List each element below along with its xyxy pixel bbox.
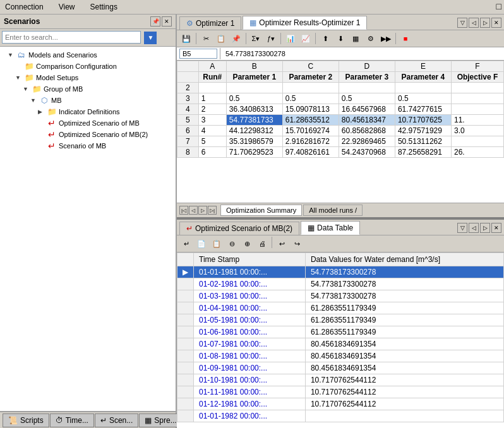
cell[interactable]	[198, 83, 226, 93]
lt-btn3[interactable]: 📋	[210, 237, 224, 251]
col-header-b[interactable]: B	[226, 61, 282, 72]
cell-ref-input[interactable]	[179, 49, 217, 59]
table-row[interactable]: 3 1 0.5 0.5 0.5 0.5	[177, 93, 504, 104]
tab-prev-btn[interactable]: ◁	[469, 18, 479, 28]
tree-item-comparison[interactable]: 📁 Comparison Configuration	[3, 61, 173, 72]
tree-item-opt-scenario-mb2[interactable]: ↵ Optimized Scenario of MB(2)	[3, 129, 173, 140]
cell-run[interactable]: 6	[198, 147, 226, 158]
lt-btn1[interactable]: ↵	[179, 237, 193, 251]
cell-p1[interactable]: 0.5	[226, 93, 282, 104]
search-btn[interactable]: ▼	[144, 32, 157, 44]
menu-view[interactable]: View	[56, 1, 78, 13]
cell-p4[interactable]: 87.25658291	[395, 147, 451, 158]
cell[interactable]	[395, 83, 451, 93]
cell-obj[interactable]: 11.	[451, 115, 503, 126]
cell-p1[interactable]: 71.70629523	[226, 147, 282, 158]
dt-row[interactable]: ▶01-01-1981 00:00:...54.7738173300278	[177, 266, 504, 278]
dt-row[interactable]: 01-04-1981 00:00:...61.2863551179349	[177, 302, 504, 314]
cell-run[interactable]: 3	[198, 115, 226, 126]
tab-scripts[interactable]: 📜 Scripts	[3, 413, 49, 427]
cell-p3-highlight[interactable]: 80.45618347	[339, 115, 395, 126]
tb-more1-btn[interactable]: ▦	[349, 32, 363, 45]
sheet-nav-next[interactable]: ▷	[198, 206, 207, 215]
dt-row[interactable]: 01-05-1981 00:00:...61.2863551179349	[177, 314, 504, 326]
dt-row[interactable]: 01-06-1981 00:00:...61.2863551179349	[177, 326, 504, 338]
menu-settings[interactable]: Settings	[88, 1, 120, 13]
tree-item-mb[interactable]: ▼ ⬡ MB	[3, 95, 173, 106]
cell-p2-highlight[interactable]: 61.28635512	[282, 115, 339, 126]
panel-close-btn[interactable]: ✕	[162, 16, 172, 27]
tab-time[interactable]: ⏱ Time...	[50, 413, 94, 427]
lower-tab-datatable[interactable]: ▦ Data Table	[301, 221, 360, 235]
tab-scen[interactable]: ↵ Scen...	[95, 413, 138, 427]
cell[interactable]	[451, 83, 503, 93]
cell-p4[interactable]: 42.97571929	[395, 126, 451, 136]
dt-row[interactable]: 01-08-1981 00:00:...80.4561834691354	[177, 350, 504, 362]
sheet-nav-first[interactable]: |◁	[179, 206, 188, 215]
dt-row[interactable]: 01-09-1981 00:00:...80.4561834691354	[177, 362, 504, 374]
table-row[interactable]: 2	[177, 83, 504, 93]
cell-p2[interactable]: 15.70169274	[282, 126, 339, 136]
tb-export-btn[interactable]: ⬇	[333, 32, 347, 45]
cell-p4-highlight[interactable]: 10.71707625	[395, 115, 451, 126]
cell-p4[interactable]: 0.5	[395, 93, 451, 104]
col-header-a[interactable]: A	[198, 61, 226, 72]
tab-next-btn[interactable]: ▷	[480, 18, 490, 28]
cell-p3[interactable]: 22.92869465	[339, 136, 395, 147]
sheet-nav-last[interactable]: ▷|	[208, 206, 217, 215]
sheet-tab-all[interactable]: All model runs /	[303, 205, 363, 216]
table-row[interactable]: 6 4 44.12298312 15.70169274 60.85682868 …	[177, 126, 504, 136]
tb-import-btn[interactable]: ⬆	[318, 32, 332, 45]
cell-p2[interactable]: 2.916281672	[282, 136, 339, 147]
dt-row[interactable]: 01-02-1981 00:00:...54.7738173300278	[177, 278, 504, 290]
cell-run[interactable]: 1	[198, 93, 226, 104]
tb-copy-btn[interactable]: 📋	[214, 32, 228, 45]
lower-close-btn[interactable]: ✕	[491, 223, 501, 233]
cell-p3[interactable]: 0.5	[339, 93, 395, 104]
cell-p3[interactable]: 16.64567968	[339, 104, 395, 115]
panel-pin-btn[interactable]: 📌	[150, 16, 160, 27]
lt-undo[interactable]: ↩	[275, 237, 289, 251]
search-input[interactable]	[2, 31, 141, 44]
tb-cut-btn[interactable]: ✂	[199, 32, 213, 45]
col-header-e[interactable]: E	[395, 61, 451, 72]
tab-spre[interactable]: ▦ Spre...	[139, 413, 182, 427]
tb-paste-btn[interactable]: 📌	[229, 32, 243, 45]
cell-obj[interactable]: 3.0	[451, 126, 503, 136]
dt-row[interactable]: 01-12-1981 00:00:...10.7170762544112	[177, 398, 504, 410]
lt-btn6[interactable]: 🖨	[255, 237, 269, 251]
cell-p1-selected[interactable]: 54.77381733	[226, 115, 282, 126]
cell-p3[interactable]: 60.85682868	[339, 126, 395, 136]
tree-item-scenario-mb[interactable]: ↵ Scenario of MB	[3, 140, 173, 152]
cell-obj[interactable]: 26.	[451, 147, 503, 158]
table-row[interactable]: 8 6 71.70629523 97.40826161 54.24370968 …	[177, 147, 504, 158]
lower-next-btn[interactable]: ▷	[480, 223, 490, 233]
cell-p4[interactable]: 50.51311262	[395, 136, 451, 147]
cell[interactable]	[226, 83, 282, 93]
cell-run[interactable]: 2	[198, 104, 226, 115]
dt-row[interactable]: 01-11-1981 00:00:...10.7170762544112	[177, 386, 504, 398]
table-row[interactable]: 7 5 35.31986579 2.916281672 22.92869465 …	[177, 136, 504, 147]
cell-run[interactable]: 4	[198, 126, 226, 136]
tb-save-btn[interactable]: 💾	[179, 32, 193, 45]
dt-row[interactable]: 01-10-1981 00:00:...10.7170762544112	[177, 374, 504, 386]
tb-more2-btn[interactable]: ⚙	[364, 32, 378, 45]
cell-p2[interactable]: 15.09078113	[282, 104, 339, 115]
lower-tab-scenario[interactable]: ↵ Optimized Scenario of MB(2)	[179, 222, 299, 235]
cell-obj[interactable]	[451, 136, 503, 147]
cell-p2[interactable]: 97.40826161	[282, 147, 339, 158]
col-header-f[interactable]: F	[451, 61, 503, 72]
col-header-c[interactable]: C	[282, 61, 339, 72]
lt-redo[interactable]: ↪	[290, 237, 304, 251]
tab-close-btn[interactable]: ✕	[491, 18, 501, 28]
dt-row[interactable]: 01-01-1982 00:00:...	[177, 410, 504, 422]
sheet-nav-prev[interactable]: ◁	[189, 206, 198, 215]
dt-row[interactable]: 01-03-1981 00:00:...54.7738173300278	[177, 290, 504, 302]
cell-obj[interactable]	[451, 93, 503, 104]
lt-btn2[interactable]: 📄	[195, 237, 208, 251]
tab-float-btn[interactable]: ▽	[457, 18, 467, 28]
window-maximize[interactable]: □	[496, 1, 501, 13]
cell-run[interactable]: 5	[198, 136, 226, 147]
dt-row[interactable]: 01-07-1981 00:00:...80.4561834691354	[177, 338, 504, 350]
tb-fx-btn[interactable]: ƒ▾	[264, 32, 278, 45]
